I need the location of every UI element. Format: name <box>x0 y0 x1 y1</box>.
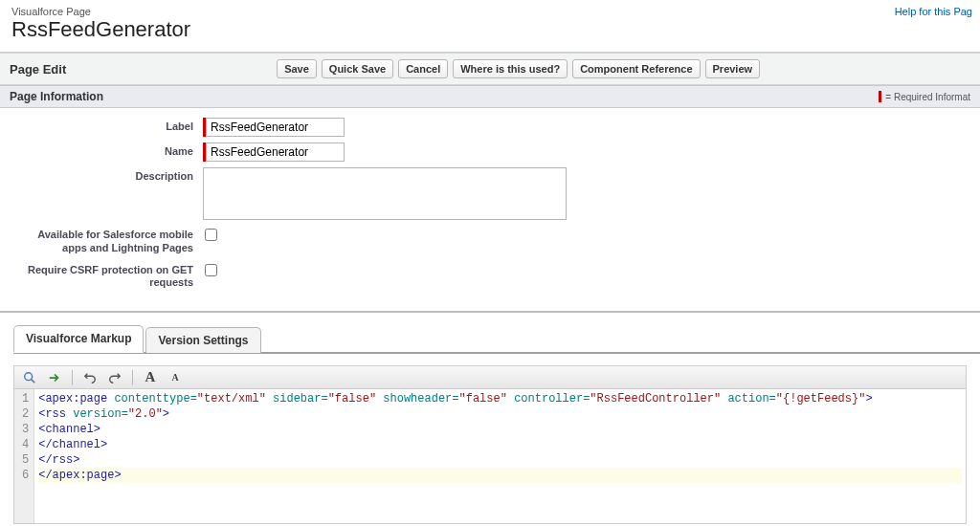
code-line[interactable]: </channel> <box>38 437 962 452</box>
code-area[interactable]: 1 2 3 4 5 6 <apex:page contenttype="text… <box>14 389 966 523</box>
mobile-checkbox[interactable] <box>205 229 217 241</box>
page-edit-bar: Page Edit Save Quick Save Cancel Where i… <box>0 54 980 85</box>
redo-icon[interactable] <box>107 370 122 385</box>
line-number: 1 <box>22 391 29 406</box>
toolbar-separator <box>72 370 73 385</box>
component-reference-button[interactable]: Component Reference <box>572 59 700 78</box>
page-edit-title: Page Edit <box>10 62 66 77</box>
name-row: Name <box>11 142 969 162</box>
name-field-label: Name <box>11 142 203 159</box>
action-buttons: Save Quick Save Cancel Where is this use… <box>277 59 760 78</box>
page-info-form: Label Name Description Available for Sal… <box>0 108 980 313</box>
page-info-header: Page Information = Required Informat <box>0 85 980 108</box>
name-input[interactable] <box>206 142 345 162</box>
line-number: 6 <box>22 468 29 483</box>
label-field-label: Label <box>11 118 203 134</box>
code-editor: A A 1 2 3 4 5 6 <apex:page contenttype="… <box>13 365 967 524</box>
page-subtitle: Visualforce Page <box>11 6 969 17</box>
editor-toolbar: A A <box>14 366 966 389</box>
toolbar-separator <box>132 370 133 385</box>
code-lines[interactable]: <apex:page contenttype="text/xml" sideba… <box>34 389 966 523</box>
tabs-row: Visualforce Markup Version Settings <box>13 324 980 354</box>
csrf-checkbox[interactable] <box>205 264 217 276</box>
goto-icon[interactable] <box>47 370 62 385</box>
preview-button[interactable]: Preview <box>705 59 761 78</box>
page-title: RssFeedGenerator <box>11 17 969 42</box>
description-row: Description <box>11 167 969 220</box>
page-info-title: Page Information <box>10 90 103 103</box>
tab-visualforce-markup[interactable]: Visualforce Markup <box>13 325 144 353</box>
line-number: 3 <box>22 422 29 437</box>
cancel-button[interactable]: Cancel <box>398 59 448 78</box>
description-field-label: Description <box>11 167 203 184</box>
help-link[interactable]: Help for this Pag <box>895 6 972 17</box>
mobile-checkbox-label: Available for Salesforce mobile apps and… <box>11 226 203 255</box>
svg-line-1 <box>32 379 35 383</box>
font-decrease-icon[interactable]: A <box>167 370 183 385</box>
font-increase-icon[interactable]: A <box>143 370 158 385</box>
line-number-gutter: 1 2 3 4 5 6 <box>14 389 34 523</box>
code-line[interactable]: <channel> <box>38 422 962 437</box>
undo-icon[interactable] <box>82 370 98 385</box>
page-header: Visualforce Page RssFeedGenerator Help f… <box>0 0 980 54</box>
tab-version-settings[interactable]: Version Settings <box>145 327 260 353</box>
label-row: Label <box>11 118 969 137</box>
line-number: 4 <box>22 437 29 452</box>
save-button[interactable]: Save <box>277 59 317 78</box>
required-info-text: = Required Informat <box>885 92 970 102</box>
code-line[interactable]: </apex:page> <box>38 468 962 483</box>
code-line[interactable]: <rss version="2.0"> <box>38 406 962 422</box>
line-number: 2 <box>22 406 29 422</box>
quick-save-button[interactable]: Quick Save <box>322 59 393 78</box>
csrf-checkbox-label: Require CSRF protection on GET requests <box>11 261 203 291</box>
description-textarea[interactable] <box>203 167 567 220</box>
required-info-note: = Required Informat <box>879 91 970 102</box>
where-used-button[interactable]: Where is this used? <box>453 59 568 78</box>
mobile-row: Available for Salesforce mobile apps and… <box>11 226 969 255</box>
csrf-row: Require CSRF protection on GET requests <box>11 261 969 291</box>
code-line[interactable]: </rss> <box>38 452 962 468</box>
line-number: 5 <box>22 452 29 468</box>
search-icon[interactable] <box>22 370 37 385</box>
svg-point-0 <box>25 372 33 380</box>
label-input[interactable] <box>206 118 345 137</box>
code-line[interactable]: <apex:page contenttype="text/xml" sideba… <box>38 391 962 406</box>
required-indicator-icon <box>879 91 881 102</box>
